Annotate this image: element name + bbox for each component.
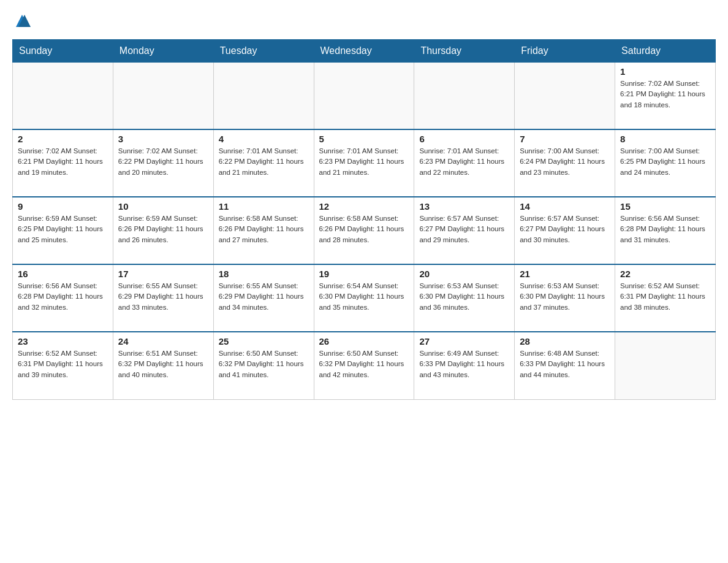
day-number: 7 (520, 134, 610, 144)
day-cell-23: 23Sunrise: 6:52 AM Sunset: 6:31 PM Dayli… (13, 332, 113, 399)
day-info: Sunrise: 6:50 AM Sunset: 6:32 PM Dayligh… (219, 348, 309, 380)
day-info: Sunrise: 6:49 AM Sunset: 6:33 PM Dayligh… (419, 348, 509, 380)
day-cell-24: 24Sunrise: 6:51 AM Sunset: 6:32 PM Dayli… (113, 332, 213, 399)
day-cell-9: 9Sunrise: 6:59 AM Sunset: 6:25 PM Daylig… (13, 197, 113, 264)
day-cell-16: 16Sunrise: 6:56 AM Sunset: 6:28 PM Dayli… (13, 264, 113, 332)
empty-cell (213, 62, 314, 129)
day-info: Sunrise: 6:56 AM Sunset: 6:28 PM Dayligh… (18, 281, 108, 313)
week-row-4: 16Sunrise: 6:56 AM Sunset: 6:28 PM Dayli… (13, 264, 716, 332)
day-number: 20 (419, 269, 509, 279)
day-cell-25: 25Sunrise: 6:50 AM Sunset: 6:32 PM Dayli… (213, 332, 314, 399)
day-number: 1 (620, 66, 710, 77)
day-cell-22: 22Sunrise: 6:52 AM Sunset: 6:31 PM Dayli… (615, 264, 716, 332)
weekday-header-saturday: Saturday (615, 40, 716, 62)
day-cell-1: 1Sunrise: 7:02 AM Sunset: 6:21 PM Daylig… (615, 62, 716, 129)
empty-cell (314, 62, 414, 129)
day-cell-11: 11Sunrise: 6:58 AM Sunset: 6:26 PM Dayli… (213, 197, 314, 264)
week-row-3: 9Sunrise: 6:59 AM Sunset: 6:25 PM Daylig… (13, 197, 716, 264)
day-number: 19 (319, 269, 409, 279)
day-number: 2 (18, 134, 108, 144)
day-number: 14 (520, 201, 610, 212)
page-header (12, 12, 716, 29)
calendar-table: SundayMondayTuesdayWednesdayThursdayFrid… (12, 39, 716, 400)
day-cell-28: 28Sunrise: 6:48 AM Sunset: 6:33 PM Dayli… (515, 332, 615, 399)
day-cell-27: 27Sunrise: 6:49 AM Sunset: 6:33 PM Dayli… (414, 332, 515, 399)
day-cell-26: 26Sunrise: 6:50 AM Sunset: 6:32 PM Dayli… (314, 332, 414, 399)
day-info: Sunrise: 6:53 AM Sunset: 6:30 PM Dayligh… (520, 281, 610, 313)
day-cell-18: 18Sunrise: 6:55 AM Sunset: 6:29 PM Dayli… (213, 264, 314, 332)
day-info: Sunrise: 6:59 AM Sunset: 6:26 PM Dayligh… (118, 213, 208, 245)
day-number: 12 (319, 201, 409, 212)
weekday-header-tuesday: Tuesday (213, 40, 314, 62)
day-number: 8 (620, 134, 710, 144)
day-cell-15: 15Sunrise: 6:56 AM Sunset: 6:28 PM Dayli… (615, 197, 716, 264)
empty-cell (515, 62, 615, 129)
day-cell-21: 21Sunrise: 6:53 AM Sunset: 6:30 PM Dayli… (515, 264, 615, 332)
empty-cell (615, 332, 716, 399)
day-number: 16 (18, 269, 108, 279)
day-info: Sunrise: 6:57 AM Sunset: 6:27 PM Dayligh… (520, 213, 610, 245)
empty-cell (13, 62, 113, 129)
day-number: 24 (118, 336, 208, 347)
day-number: 21 (520, 269, 610, 279)
day-info: Sunrise: 7:01 AM Sunset: 6:23 PM Dayligh… (419, 146, 509, 178)
day-info: Sunrise: 6:56 AM Sunset: 6:28 PM Dayligh… (620, 213, 710, 245)
day-number: 17 (118, 269, 208, 279)
day-info: Sunrise: 6:48 AM Sunset: 6:33 PM Dayligh… (520, 348, 610, 380)
week-row-5: 23Sunrise: 6:52 AM Sunset: 6:31 PM Dayli… (13, 332, 716, 399)
day-info: Sunrise: 7:02 AM Sunset: 6:21 PM Dayligh… (620, 79, 710, 110)
day-info: Sunrise: 6:55 AM Sunset: 6:29 PM Dayligh… (219, 281, 309, 313)
day-cell-8: 8Sunrise: 7:00 AM Sunset: 6:25 PM Daylig… (615, 129, 716, 197)
day-info: Sunrise: 7:02 AM Sunset: 6:21 PM Dayligh… (18, 146, 108, 178)
logo-icon (13, 12, 31, 29)
weekday-header-friday: Friday (515, 40, 615, 62)
day-number: 26 (319, 336, 409, 347)
day-info: Sunrise: 6:53 AM Sunset: 6:30 PM Dayligh… (419, 281, 509, 313)
day-cell-4: 4Sunrise: 7:01 AM Sunset: 6:22 PM Daylig… (213, 129, 314, 197)
week-row-2: 2Sunrise: 7:02 AM Sunset: 6:21 PM Daylig… (13, 129, 716, 197)
day-cell-5: 5Sunrise: 7:01 AM Sunset: 6:23 PM Daylig… (314, 129, 414, 197)
day-number: 11 (219, 201, 309, 212)
day-info: Sunrise: 6:54 AM Sunset: 6:30 PM Dayligh… (319, 281, 409, 313)
day-number: 25 (219, 336, 309, 347)
day-number: 15 (620, 201, 710, 212)
weekday-header-wednesday: Wednesday (314, 40, 414, 62)
day-info: Sunrise: 7:00 AM Sunset: 6:25 PM Dayligh… (620, 146, 710, 178)
logo (12, 12, 31, 29)
empty-cell (113, 62, 213, 129)
day-info: Sunrise: 6:58 AM Sunset: 6:26 PM Dayligh… (319, 213, 409, 245)
day-info: Sunrise: 7:01 AM Sunset: 6:23 PM Dayligh… (319, 146, 409, 178)
day-info: Sunrise: 6:50 AM Sunset: 6:32 PM Dayligh… (319, 348, 409, 380)
day-cell-20: 20Sunrise: 6:53 AM Sunset: 6:30 PM Dayli… (414, 264, 515, 332)
day-cell-12: 12Sunrise: 6:58 AM Sunset: 6:26 PM Dayli… (314, 197, 414, 264)
day-info: Sunrise: 6:52 AM Sunset: 6:31 PM Dayligh… (18, 348, 108, 380)
day-cell-3: 3Sunrise: 7:02 AM Sunset: 6:22 PM Daylig… (113, 129, 213, 197)
day-info: Sunrise: 6:52 AM Sunset: 6:31 PM Dayligh… (620, 281, 710, 313)
day-number: 28 (520, 336, 610, 347)
day-cell-14: 14Sunrise: 6:57 AM Sunset: 6:27 PM Dayli… (515, 197, 615, 264)
day-info: Sunrise: 6:59 AM Sunset: 6:25 PM Dayligh… (18, 213, 108, 245)
day-number: 18 (219, 269, 309, 279)
day-number: 27 (419, 336, 509, 347)
weekday-header-sunday: Sunday (13, 40, 113, 62)
day-number: 5 (319, 134, 409, 144)
day-number: 23 (18, 336, 108, 347)
day-cell-13: 13Sunrise: 6:57 AM Sunset: 6:27 PM Dayli… (414, 197, 515, 264)
weekday-header-monday: Monday (113, 40, 213, 62)
day-info: Sunrise: 7:01 AM Sunset: 6:22 PM Dayligh… (219, 146, 309, 178)
day-cell-10: 10Sunrise: 6:59 AM Sunset: 6:26 PM Dayli… (113, 197, 213, 264)
day-number: 4 (219, 134, 309, 144)
day-info: Sunrise: 6:57 AM Sunset: 6:27 PM Dayligh… (419, 213, 509, 245)
day-info: Sunrise: 6:51 AM Sunset: 6:32 PM Dayligh… (118, 348, 208, 380)
day-number: 22 (620, 269, 710, 279)
day-number: 13 (419, 201, 509, 212)
week-row-1: 1Sunrise: 7:02 AM Sunset: 6:21 PM Daylig… (13, 62, 716, 129)
day-info: Sunrise: 7:02 AM Sunset: 6:22 PM Dayligh… (118, 146, 208, 178)
day-cell-2: 2Sunrise: 7:02 AM Sunset: 6:21 PM Daylig… (13, 129, 113, 197)
day-number: 6 (419, 134, 509, 144)
day-info: Sunrise: 6:55 AM Sunset: 6:29 PM Dayligh… (118, 281, 208, 313)
day-cell-7: 7Sunrise: 7:00 AM Sunset: 6:24 PM Daylig… (515, 129, 615, 197)
day-cell-19: 19Sunrise: 6:54 AM Sunset: 6:30 PM Dayli… (314, 264, 414, 332)
day-number: 3 (118, 134, 208, 144)
empty-cell (414, 62, 515, 129)
